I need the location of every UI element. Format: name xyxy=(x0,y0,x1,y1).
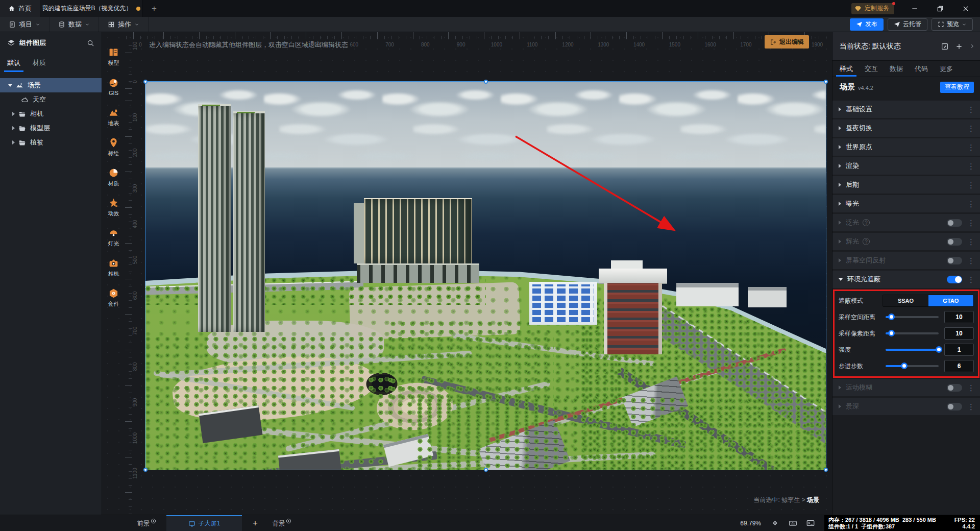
publish-button[interactable]: 发布 xyxy=(850,18,884,31)
slider-knob[interactable] xyxy=(901,363,908,369)
ssao-option[interactable]: SSAO xyxy=(883,295,928,306)
selection-handle-bottom-center[interactable] xyxy=(484,468,488,472)
section-row[interactable]: 渲染⋮ xyxy=(832,157,980,175)
add-circle-icon[interactable] xyxy=(286,518,291,524)
intensity-input[interactable]: 1 xyxy=(944,344,974,356)
help-icon[interactable]: ? xyxy=(863,219,870,226)
selection-handle-top-center[interactable] xyxy=(484,80,488,84)
expand-caret-icon[interactable] xyxy=(839,107,841,111)
expand-caret-icon[interactable] xyxy=(839,202,841,206)
close-button[interactable] xyxy=(961,4,971,14)
zoom-level[interactable]: 69.79% xyxy=(740,520,761,527)
background-tab[interactable]: 背景 xyxy=(265,515,299,531)
foreground-tab[interactable]: 前景 xyxy=(130,515,163,531)
expand-caret-icon[interactable] xyxy=(839,239,841,244)
section-row[interactable]: 后期⋮ xyxy=(832,176,980,194)
expand-caret-icon[interactable] xyxy=(12,112,15,116)
tab-code[interactable]: 代码 xyxy=(915,61,928,77)
palette-item-material[interactable]: 材质 xyxy=(102,164,125,190)
kebab-menu-icon[interactable]: ⋮ xyxy=(967,125,975,132)
tab-more[interactable]: 更多 xyxy=(940,61,953,77)
kebab-menu-icon[interactable]: ⋮ xyxy=(967,200,975,208)
kebab-menu-icon[interactable]: ⋮ xyxy=(967,219,975,227)
expand-caret-icon[interactable] xyxy=(839,183,841,187)
sample-space-distance-input[interactable]: 10 xyxy=(944,311,974,323)
toggle-switch[interactable] xyxy=(947,257,962,264)
scene-viewport[interactable] xyxy=(145,82,826,470)
section-row[interactable]: 运动模糊⋮ xyxy=(832,379,980,396)
tab-scene-document[interactable]: 我的建筑底座场景B（视觉优先） xyxy=(40,0,143,17)
tab-home[interactable]: 首页 xyxy=(0,0,40,17)
collapse-caret-icon[interactable] xyxy=(8,84,12,87)
toggle-switch[interactable] xyxy=(947,403,962,411)
help-icon[interactable]: ? xyxy=(863,238,870,245)
expand-caret-icon[interactable] xyxy=(839,385,841,390)
sample-space-distance-slider[interactable] xyxy=(886,313,939,321)
palette-item-light[interactable]: 灯光 xyxy=(102,224,125,251)
section-row[interactable]: 基础设置⋮ xyxy=(832,101,980,118)
add-screen-button[interactable]: + xyxy=(245,515,265,531)
menu-data[interactable]: 数据 xyxy=(50,17,99,32)
palette-item-gis[interactable]: GIS xyxy=(102,74,125,100)
slider-knob[interactable] xyxy=(888,313,895,320)
kebab-menu-icon[interactable]: ⋮ xyxy=(967,403,975,411)
expand-caret-icon[interactable] xyxy=(12,126,15,130)
section-row[interactable]: 世界原点⋮ xyxy=(832,138,980,156)
palette-item-camera[interactable]: 相机 xyxy=(102,254,125,281)
sidebar-tab-default[interactable]: 默认 xyxy=(7,58,20,67)
kebab-menu-icon[interactable]: ⋮ xyxy=(967,162,975,170)
section-row[interactable]: 景深⋮ xyxy=(832,398,980,415)
section-row[interactable]: 昼夜切换⋮ xyxy=(832,119,980,137)
expand-caret-icon[interactable] xyxy=(839,145,841,149)
kebab-menu-icon[interactable]: ⋮ xyxy=(967,143,975,151)
sample-pixel-distance-input[interactable]: 10 xyxy=(944,327,974,340)
section-row[interactable]: 泛光?⋮ xyxy=(832,214,980,231)
collapse-panel-icon[interactable] xyxy=(969,43,975,49)
screen-tab-active[interactable]: 子大屏1 xyxy=(166,515,242,531)
expand-caret-icon[interactable] xyxy=(839,221,841,225)
slider-knob[interactable] xyxy=(936,346,942,353)
selection-handle-bottom-right[interactable] xyxy=(824,468,828,472)
palette-item-effects[interactable]: 动效 xyxy=(102,194,125,221)
tree-item-camera-folder[interactable]: 相机 xyxy=(0,107,102,121)
tree-item-sky[interactable]: 天空 xyxy=(0,92,102,107)
selection-handle-top-left[interactable] xyxy=(143,80,148,84)
palette-item-marker[interactable]: 标绘 xyxy=(102,134,125,160)
kebab-menu-icon[interactable]: ⋮ xyxy=(967,257,975,264)
custom-service-badge[interactable]: 定制服务 xyxy=(851,3,894,14)
expand-caret-icon[interactable] xyxy=(12,140,15,144)
kebab-menu-icon[interactable]: ⋮ xyxy=(967,384,975,392)
palette-item-kit[interactable]: 套件 xyxy=(102,284,125,311)
gtao-option[interactable]: GTAO xyxy=(928,295,973,306)
selection-handle-top-right[interactable] xyxy=(824,80,828,84)
step-count-slider[interactable] xyxy=(886,363,939,370)
tab-style[interactable]: 样式 xyxy=(840,61,853,77)
toggle-switch[interactable] xyxy=(947,276,962,283)
sidebar-tab-material[interactable]: 材质 xyxy=(33,58,46,67)
console-icon[interactable] xyxy=(804,518,817,528)
new-tab-button[interactable]: + xyxy=(143,0,165,17)
selection-handle-bottom-left[interactable] xyxy=(143,468,148,472)
kebab-menu-icon[interactable]: ⋮ xyxy=(967,276,975,283)
menu-project[interactable]: 项目 xyxy=(0,17,50,32)
tab-interaction[interactable]: 交互 xyxy=(865,61,878,77)
collapse-caret-icon[interactable] xyxy=(839,278,843,281)
menu-operations[interactable]: 操作 xyxy=(99,17,149,32)
add-state-icon[interactable] xyxy=(955,42,963,51)
slider-knob[interactable] xyxy=(888,330,895,336)
toggle-switch[interactable] xyxy=(947,384,962,392)
search-icon[interactable] xyxy=(87,39,94,47)
tree-item-vegetation-folder[interactable]: 植被 xyxy=(0,135,102,150)
section-row[interactable]: 曝光⋮ xyxy=(832,195,980,212)
expand-caret-icon[interactable] xyxy=(839,404,841,408)
palette-item-model[interactable]: 模型 xyxy=(102,43,125,70)
restore-button[interactable] xyxy=(935,4,945,14)
tree-item-model-layer-folder[interactable]: 模型层 xyxy=(0,121,102,135)
add-circle-icon[interactable] xyxy=(151,518,156,524)
cloud-host-button[interactable]: 云托管 xyxy=(888,18,927,31)
intensity-slider[interactable] xyxy=(886,346,939,353)
view-tutorial-button[interactable]: 查看教程 xyxy=(940,82,974,93)
toggle-switch[interactable] xyxy=(947,219,962,227)
preview-button[interactable]: 预览 xyxy=(932,18,973,31)
section-row[interactable]: 辉光?⋮ xyxy=(832,233,980,250)
